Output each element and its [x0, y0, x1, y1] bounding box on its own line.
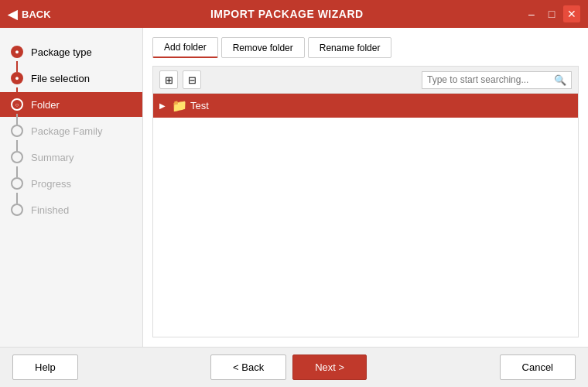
back-label: BACK — [22, 9, 51, 20]
sidebar-label-package-type: Package type — [31, 46, 92, 58]
new-folder-icon-btn[interactable]: ⊞ — [159, 70, 178, 89]
sidebar-label-progress: Progress — [31, 178, 71, 190]
search-icon: 🔍 — [554, 74, 566, 86]
sidebar-item-file-selection[interactable]: ● File selection — [0, 66, 142, 91]
sidebar-label-summary: Summary — [31, 152, 74, 163]
footer-center: < Back Next > — [78, 354, 500, 380]
remove-folder-button[interactable]: Remove folder — [221, 37, 305, 58]
sidebar-label-finished: Finished — [31, 204, 69, 216]
sidebar-item-folder[interactable]: ○ Folder — [0, 92, 142, 117]
minimize-button[interactable]: – — [523, 5, 540, 22]
sidebar-item-finished[interactable]: Finished — [0, 197, 142, 222]
footer-right: Cancel — [500, 354, 576, 380]
cancel-button[interactable]: Cancel — [500, 354, 576, 380]
rename-folder-button[interactable]: Rename folder — [308, 37, 392, 58]
step-circle-finished — [11, 204, 23, 216]
next-button[interactable]: Next > — [292, 354, 367, 380]
folder-icon: 📁 — [172, 98, 187, 113]
footer-left: Help — [12, 354, 78, 380]
sidebar-label-file-selection: File selection — [31, 73, 90, 84]
back-arrow-icon: ◀ — [8, 7, 17, 22]
main-content: ● Package type ● File selection ○ Folder… — [0, 28, 588, 347]
step-circle-folder: ○ — [11, 98, 23, 111]
footer: Help < Back Next > Cancel — [0, 347, 588, 387]
sidebar-item-summary[interactable]: Summary — [0, 145, 142, 170]
step-circle-package-family — [11, 125, 23, 137]
plus-folder-icon: ⊞ — [165, 74, 173, 86]
sidebar: ● Package type ● File selection ○ Folder… — [0, 28, 143, 347]
folder-tree[interactable]: ▶ 📁 Test — [152, 94, 579, 337]
title-bar: ◀ BACK IMPORT PACKAGE WIZARD – □ ✕ — [0, 0, 588, 28]
step-circle-summary — [11, 151, 23, 163]
tree-item-label: Test — [190, 100, 209, 111]
sidebar-item-package-type[interactable]: ● Package type — [0, 39, 142, 64]
step-circle-progress — [11, 177, 23, 190]
close-button[interactable]: ✕ — [563, 5, 580, 22]
add-folder-button[interactable]: Add folder — [152, 37, 218, 58]
sidebar-item-progress[interactable]: Progress — [0, 171, 142, 196]
back-button[interactable]: ◀ BACK — [8, 7, 51, 22]
search-input[interactable] — [427, 74, 551, 85]
expand-arrow-icon: ▶ — [159, 101, 169, 110]
help-button[interactable]: Help — [12, 354, 78, 380]
export-icon-btn[interactable]: ⊟ — [183, 70, 201, 89]
file-manager-header: ⊞ ⊟ 🔍 — [152, 66, 579, 94]
folder-toolbar: Add folder Remove folder Rename folder — [152, 37, 579, 58]
back-nav-button[interactable]: < Back — [210, 354, 286, 380]
window-title: IMPORT PACKAGE WIZARD — [51, 8, 523, 20]
step-circle-file-selection: ● — [11, 72, 23, 84]
step-circle-package-type: ● — [11, 46, 23, 58]
sidebar-item-package-family[interactable]: Package Family — [0, 118, 142, 143]
export-icon: ⊟ — [188, 74, 197, 86]
sidebar-label-package-family: Package Family — [31, 125, 102, 137]
tree-row-test[interactable]: ▶ 📁 Test — [153, 94, 578, 118]
content-area: Add folder Remove folder Rename folder ⊞… — [143, 28, 588, 347]
search-box[interactable]: 🔍 — [422, 71, 572, 89]
sidebar-label-folder: Folder — [31, 99, 60, 111]
window-controls: – □ ✕ — [523, 5, 580, 22]
maximize-button[interactable]: □ — [543, 5, 560, 22]
